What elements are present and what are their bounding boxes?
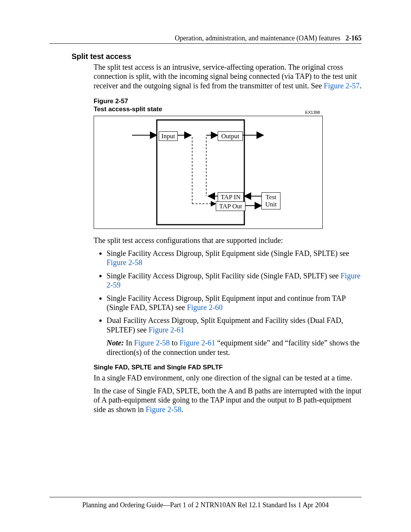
bullet-2-pre: Single Facility Access Digroup, Split Fa… (107, 272, 341, 280)
page-header: Operation, administration, and maintenan… (49, 34, 362, 44)
note-paragraph: Note: In Figure 2-58 to Figure 2-61 “equ… (107, 338, 362, 357)
figure-link-2-58[interactable]: Figure 2-58 (107, 258, 142, 267)
test-unit-l2: Unit (265, 201, 277, 208)
sub-p1: In a single FAD environment, only one di… (94, 373, 362, 382)
page: Operation, administration, and maintenan… (0, 0, 411, 532)
figure-link-2-57[interactable]: Figure 2-57 (324, 81, 360, 90)
figure-link-2-61[interactable]: Figure 2-61 (148, 326, 184, 334)
bullet-item-4: Dual Facility Access Digroup, Split Equi… (107, 316, 362, 357)
intro-paragraph: The split test access is an intrusive, s… (94, 62, 362, 90)
bullet-1-pre: Single Facility Access Digroup, Split Eq… (107, 249, 349, 257)
header-title: Operation, administration, and maintenan… (175, 34, 340, 42)
header-page-ref: 2-165 (346, 34, 362, 42)
intro-text: The split test access is an intrusive, s… (94, 63, 357, 90)
note-label: Note: (107, 339, 124, 347)
note-link-1[interactable]: Figure 2-58 (134, 339, 170, 347)
diagram-output-box: Output (218, 131, 243, 141)
diagram-input-box: Input (159, 131, 178, 141)
note-mid: to (170, 339, 180, 347)
diagram-svg (94, 116, 322, 228)
diagram-testunit-box: Test Unit (261, 192, 280, 209)
diagram-tapout-box: TAP Out (216, 201, 245, 211)
sub-p2-post: . (182, 405, 183, 414)
figure-number: Figure 2-57 (94, 97, 128, 105)
bullet-item-3: Single Facility Access Digroup, Split Eq… (107, 294, 362, 312)
intro-text-end: . (360, 81, 362, 90)
note-pre: In (124, 339, 134, 347)
diagram-id: EX1398 (305, 110, 320, 115)
note-link-2[interactable]: Figure 2-61 (180, 339, 215, 347)
body-block: The split test access is an intrusive, s… (94, 62, 362, 414)
post-fig-text: The split test access configurations tha… (94, 236, 362, 245)
diagram-tapin-box: TAP IN (218, 192, 244, 202)
bullet-4-pre: Dual Facility Access Digroup, Split Equi… (107, 316, 343, 334)
bullet-item-2: Single Facility Access Digroup, Split Fa… (107, 271, 362, 290)
sub-p2: In the case of Single FAD, SPLTE, both t… (94, 386, 362, 414)
figure-link-2-58b[interactable]: Figure 2-58 (146, 405, 182, 414)
sub-p2-pre: In the case of Single FAD, SPLTE, both t… (94, 387, 362, 414)
figure-caption: Figure 2-57 Test access-split state (94, 97, 362, 113)
page-footer: Planning and Ordering Guide—Part 1 of 2 … (49, 497, 362, 509)
figure-title: Test access-split state (94, 105, 162, 113)
bullet-list: Single Facility Access Digroup, Split Eq… (94, 249, 362, 357)
figure-link-2-60[interactable]: Figure 2-60 (187, 303, 223, 312)
bullet-3-pre: Single Facility Access Digroup, Split Eq… (107, 294, 346, 312)
section-title: Split test access (72, 52, 362, 61)
test-unit-l1: Test (266, 193, 276, 201)
bullet-item-1: Single Facility Access Digroup, Split Eq… (107, 249, 362, 267)
figure-diagram: EX1398 (94, 116, 323, 229)
sub-heading: Single FAD, SPLTE and Single FAD SPLTF (94, 364, 362, 372)
